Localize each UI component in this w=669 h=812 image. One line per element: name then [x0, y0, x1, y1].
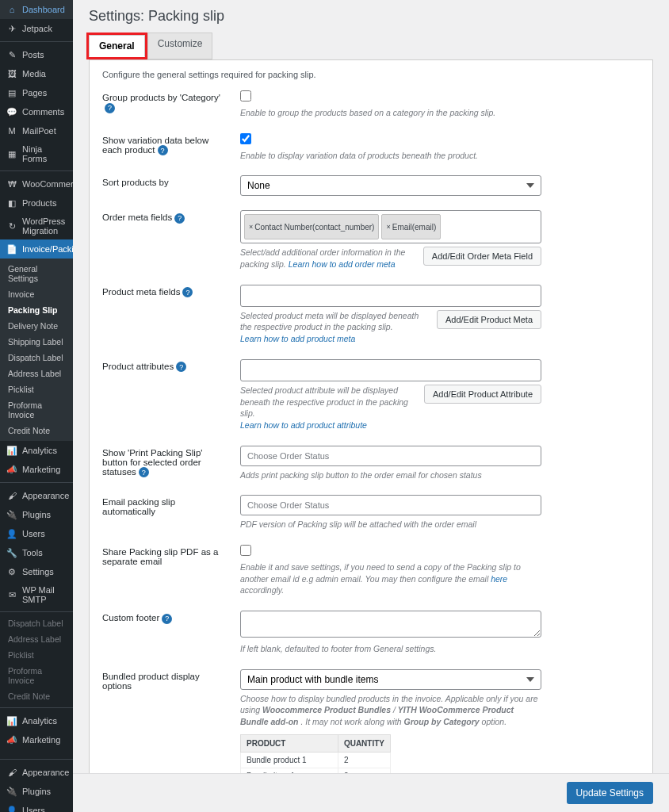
sidebar-item-analytics[interactable]: 📊Analytics: [0, 441, 73, 460]
sidebar-sub-picklist[interactable]: Picklist: [0, 381, 73, 397]
label-print-btn: Show 'Print Packing Slip' button for sel…: [102, 446, 229, 478]
sidebar-item-wp-mail-smtp[interactable]: ✉WP Mail SMTP: [0, 581, 73, 608]
link-product-attr[interactable]: Learn how to add product attribute: [240, 420, 367, 430]
sidebar-sub-general-settings[interactable]: General Settings: [0, 261, 73, 286]
th-product: PRODUCT: [241, 734, 338, 752]
remove-tag-icon[interactable]: ×: [386, 223, 390, 231]
label-sort: Sort products by: [102, 175, 229, 187]
help-icon[interactable]: ?: [174, 213, 185, 224]
label-share-pdf: Share Packing slip PDF as a separate ema…: [102, 545, 229, 566]
sidebar-item[interactable]: Picklist: [0, 647, 73, 663]
sidebar-item-plugins[interactable]: 🔌Plugins: [0, 505, 73, 524]
tab-general[interactable]: General: [89, 35, 145, 57]
sidebar-label: Pages: [22, 88, 47, 98]
input-email-status[interactable]: Choose Order Status: [240, 495, 541, 515]
sidebar-sub-credit-note[interactable]: Credit Note: [0, 423, 73, 439]
sidebar-item-comments[interactable]: 💬Comments: [0, 102, 73, 121]
checkbox-group-category[interactable]: [240, 90, 251, 102]
sidebar-item-mailpoet[interactable]: MMailPoet: [0, 121, 73, 140]
sidebar-item-marketing[interactable]: 📣Marketing: [0, 460, 73, 479]
sidebar-item-plugins[interactable]: 🔌Plugins: [0, 782, 73, 801]
help-icon[interactable]: ?: [182, 287, 193, 297]
btn-add-order-meta[interactable]: Add/Edit Order Meta Field: [423, 247, 541, 266]
sidebar-item[interactable]: [0, 749, 73, 756]
sidebar-item-tools[interactable]: 🔧Tools: [0, 543, 73, 562]
sidebar-sub-invoice[interactable]: Invoice: [0, 286, 73, 302]
sidebar-item-appearance[interactable]: 🖌Appearance: [0, 486, 73, 505]
sidebar-label: Jetpack: [22, 24, 52, 33]
menu-icon: ⚙: [6, 566, 17, 577]
link-here[interactable]: here: [491, 574, 507, 584]
sidebar-item-media[interactable]: 🖼Media: [0, 64, 73, 83]
sidebar-label: WP Mail SMTP: [22, 585, 67, 604]
remove-tag-icon[interactable]: ×: [249, 223, 253, 231]
input-product-meta[interactable]: [240, 285, 541, 307]
sidebar-item-jetpack[interactable]: ✈Jetpack: [0, 19, 73, 38]
desc-product-meta: Selected product meta will be displayed …: [240, 310, 429, 345]
sidebar-sub-shipping-label[interactable]: Shipping Label: [0, 334, 73, 350]
select-sort[interactable]: None: [240, 175, 541, 196]
tab-customize[interactable]: Customize: [147, 33, 213, 59]
sidebar-item-woocommerce[interactable]: ₩WooCommerce: [0, 174, 73, 193]
sidebar-item-users[interactable]: 👤Users: [0, 801, 73, 812]
sidebar-sub-delivery-note[interactable]: Delivery Note: [0, 318, 73, 334]
select-bundle[interactable]: Main product with bundle items: [240, 669, 541, 690]
update-settings-button[interactable]: Update Settings: [567, 782, 653, 804]
sidebar-item-products[interactable]: ◧Products: [0, 193, 73, 213]
checkbox-share-pdf[interactable]: [240, 545, 251, 556]
sidebar-label: Ninja Forms: [22, 144, 67, 163]
desc-share-pdf: Enable it and save settings, if you need…: [240, 561, 541, 596]
help-icon[interactable]: ?: [158, 145, 168, 155]
tag-email[interactable]: ×Email(email): [381, 214, 441, 239]
cell-product: Bundle product 1: [241, 752, 338, 768]
sidebar-item-users[interactable]: 👤Users: [0, 524, 73, 543]
sidebar-item-analytics[interactable]: 📊Analytics: [0, 711, 73, 730]
btn-add-product-attr[interactable]: Add/Edit Product Attribute: [424, 385, 541, 404]
help-icon[interactable]: ?: [139, 467, 149, 477]
sidebar-item-appearance[interactable]: 🖌Appearance: [0, 763, 73, 782]
input-order-meta[interactable]: ×Contact Number(contact_number) ×Email(e…: [240, 210, 541, 243]
desc-custom-footer: If left blank, defaulted to footer from …: [240, 643, 541, 655]
desc-variation: Enable to display variation data of prod…: [240, 150, 541, 162]
sidebar-label: Plugins: [22, 787, 51, 796]
sidebar-item[interactable]: Dispatch Label: [0, 615, 73, 631]
sidebar-item-posts[interactable]: ✎Posts: [0, 45, 73, 64]
sidebar-item-pages[interactable]: ▤Pages: [0, 83, 73, 102]
sidebar-label: WordPress Migration: [22, 216, 67, 236]
link-product-meta[interactable]: Learn how to add product meta: [240, 334, 355, 343]
sidebar-item-invoice-packing[interactable]: 📄Invoice/Packing: [0, 239, 73, 259]
input-product-attr[interactable]: [240, 359, 541, 381]
btn-add-product-meta[interactable]: Add/Edit Product Meta: [437, 310, 541, 329]
sidebar-label: Users: [22, 529, 45, 538]
sidebar-sub-proforma-invoice[interactable]: Proforma Invoice: [0, 397, 73, 423]
help-icon[interactable]: ?: [162, 614, 172, 624]
sidebar-item-wordpress-migration[interactable]: ↻WordPress Migration: [0, 213, 73, 239]
link-order-meta[interactable]: Learn how to add order meta: [289, 259, 396, 269]
textarea-custom-footer[interactable]: [240, 611, 541, 638]
sidebar-item-marketing[interactable]: 📣Marketing: [0, 730, 73, 749]
desc-print-btn: Adds print packing slip button to the or…: [240, 469, 541, 481]
sidebar-label: WooCommerce: [22, 179, 73, 189]
sidebar-item[interactable]: Credit Note: [0, 688, 73, 704]
menu-icon: 🖌: [6, 767, 17, 778]
label-product-attr: Product attributes?: [102, 359, 229, 373]
sidebar-item[interactable]: Proforma Invoice: [0, 663, 73, 688]
checkbox-variation[interactable]: [240, 133, 251, 144]
tag-contact[interactable]: ×Contact Number(contact_number): [244, 214, 379, 239]
menu-icon: 🖼: [6, 68, 17, 79]
sidebar-item[interactable]: Address Label: [0, 631, 73, 647]
sidebar-sub-packing-slip[interactable]: Packing Slip: [0, 302, 73, 318]
sidebar-label: Marketing: [22, 735, 60, 745]
input-print-status[interactable]: Choose Order Status: [240, 446, 541, 466]
help-icon[interactable]: ?: [105, 103, 115, 113]
menu-icon: ◧: [6, 197, 17, 209]
sidebar-item-settings[interactable]: ⚙Settings: [0, 562, 73, 581]
sidebar-label: Settings: [22, 567, 54, 576]
sidebar-sub-dispatch-label[interactable]: Dispatch Label: [0, 350, 73, 366]
sidebar-label: Appearance: [22, 491, 69, 500]
sidebar-item-dashboard[interactable]: ⌂Dashboard: [0, 0, 73, 19]
sidebar-sub-address-label[interactable]: Address Label: [0, 366, 73, 381]
menu-icon: M: [6, 125, 17, 136]
help-icon[interactable]: ?: [176, 362, 186, 372]
sidebar-item-ninja-forms[interactable]: ▦Ninja Forms: [0, 140, 73, 167]
